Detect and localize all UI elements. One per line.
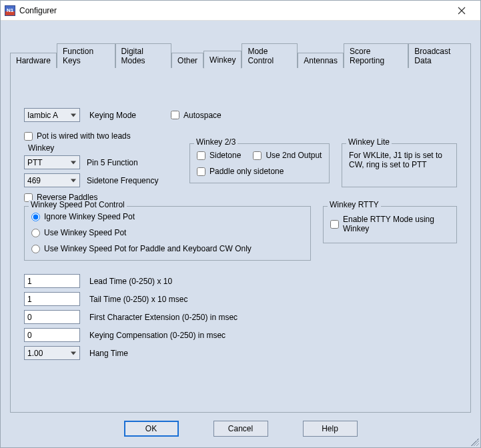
- first-char-ext-label: First Character Extension (0-250) in mse…: [89, 313, 237, 322]
- winkey-rtty-group-title: Winkey RTTY: [328, 200, 381, 209]
- hang-time-select[interactable]: 1.00: [24, 346, 80, 360]
- body-area: Hardware Function Keys Digital Modes Oth…: [1, 21, 480, 447]
- tab-hardware[interactable]: Hardware: [10, 53, 57, 68]
- help-button[interactable]: Help: [303, 421, 358, 437]
- winkey-group-title: Winkey: [28, 143, 177, 153]
- winkey-lite-text: For WKLite, J1 tip is set to CW, ring is…: [349, 151, 450, 169]
- speed-pot-use-field[interactable]: Use Winkey Speed Pot: [31, 228, 126, 237]
- keying-comp-label: Keying Compensation (0-250) in msec: [89, 331, 225, 340]
- pin5-function-label: Pin 5 Function: [87, 158, 138, 167]
- paddle-only-sidetone-label: Paddle only sidetone: [209, 167, 284, 176]
- tail-time-label: Tail Time (0-250) x 10 msec: [89, 295, 187, 304]
- tab-mode-control[interactable]: Mode Control: [242, 43, 298, 68]
- tab-antennas[interactable]: Antennas: [298, 53, 344, 68]
- close-button[interactable]: [448, 1, 475, 20]
- keying-comp-input[interactable]: [24, 328, 80, 342]
- keying-mode-label: Keying Mode: [89, 111, 136, 120]
- resize-grip-icon[interactable]: [471, 438, 479, 446]
- autospace-checkbox[interactable]: [171, 111, 179, 119]
- sidetone-checkbox[interactable]: [197, 151, 205, 160]
- speed-pot-ignore-radio[interactable]: [31, 213, 40, 221]
- paddle-only-sidetone-field[interactable]: Paddle only sidetone: [197, 167, 284, 176]
- pot-two-leads-field[interactable]: Pot is wired with two leads: [24, 131, 131, 141]
- tab-function-keys[interactable]: Function Keys: [57, 43, 115, 68]
- speed-pot-use-paddle-radio[interactable]: [31, 245, 40, 253]
- autospace-field[interactable]: Autospace: [171, 111, 221, 120]
- winkey-lite-group-title: Winkey Lite: [346, 137, 392, 147]
- sidetone-field[interactable]: Sidetone: [197, 151, 241, 160]
- sidetone-freq-label: Sidetone Frequency: [87, 176, 158, 185]
- speed-pot-use-paddle-label: Use Winkey Speed Pot for Paddle and Keyb…: [44, 244, 252, 253]
- ok-button[interactable]: OK: [124, 421, 179, 437]
- speed-pot-ignore-field[interactable]: Ignore Winkey Speed Pot: [31, 212, 135, 221]
- speed-pot-use-radio[interactable]: [31, 229, 40, 237]
- use2nd-output-field[interactable]: Use 2nd Output: [253, 151, 322, 160]
- pot-two-leads-label: Pot is wired with two leads: [37, 131, 131, 141]
- winkey23-group-title: Winkey 2/3: [194, 137, 237, 147]
- tab-other[interactable]: Other: [171, 53, 203, 68]
- window-title: Configurer: [19, 6, 57, 15]
- first-char-ext-input[interactable]: [24, 310, 80, 324]
- enable-rtty-field[interactable]: Enable RTTY Mode using Winkey: [330, 215, 450, 233]
- tab-broadcast-data[interactable]: Broadcast Data: [408, 43, 471, 68]
- keying-mode-select[interactable]: Iambic A: [24, 108, 80, 122]
- cancel-button[interactable]: Cancel: [213, 421, 268, 437]
- tab-score-reporting[interactable]: Score Reporting: [344, 43, 408, 68]
- titlebar: N1 Configurer: [1, 1, 480, 21]
- speed-pot-ignore-label: Ignore Winkey Speed Pot: [44, 212, 135, 221]
- hang-time-label: Hang Time: [89, 349, 128, 358]
- pin5-function-select[interactable]: PTT: [24, 155, 80, 169]
- speed-pot-group-title: Winkey Speed Pot Control: [29, 200, 127, 209]
- tab-digital-modes[interactable]: Digital Modes: [115, 43, 171, 68]
- tab-winkey[interactable]: Winkey: [203, 51, 242, 69]
- use2nd-output-checkbox[interactable]: [253, 151, 262, 160]
- enable-rtty-label: Enable RTTY Mode using Winkey: [343, 215, 450, 233]
- tabstrip: Hardware Function Keys Digital Modes Oth…: [10, 43, 471, 68]
- close-icon: [458, 7, 466, 15]
- tabpanel-winkey: Iambic A Keying Mode Autospace Pot is wi…: [10, 67, 471, 413]
- tail-time-input[interactable]: [24, 292, 80, 306]
- sidetone-label: Sidetone: [209, 151, 241, 160]
- use2nd-output-label: Use 2nd Output: [266, 151, 322, 160]
- pot-two-leads-checkbox[interactable]: [24, 132, 33, 141]
- dialog-button-row: OK Cancel Help: [10, 413, 471, 441]
- speed-pot-use-label: Use Winkey Speed Pot: [44, 228, 126, 237]
- autospace-label: Autospace: [183, 111, 221, 120]
- app-icon: N1: [5, 5, 15, 16]
- speed-pot-use-paddle-field[interactable]: Use Winkey Speed Pot for Paddle and Keyb…: [31, 244, 252, 253]
- lead-time-input[interactable]: [24, 274, 80, 288]
- configurer-window: N1 Configurer Hardware Function Keys Dig…: [0, 0, 481, 448]
- enable-rtty-checkbox[interactable]: [330, 220, 339, 229]
- lead-time-label: Lead Time (0-250) x 10: [89, 277, 172, 286]
- paddle-only-sidetone-checkbox[interactable]: [197, 167, 205, 176]
- sidetone-freq-select[interactable]: 469: [24, 173, 80, 187]
